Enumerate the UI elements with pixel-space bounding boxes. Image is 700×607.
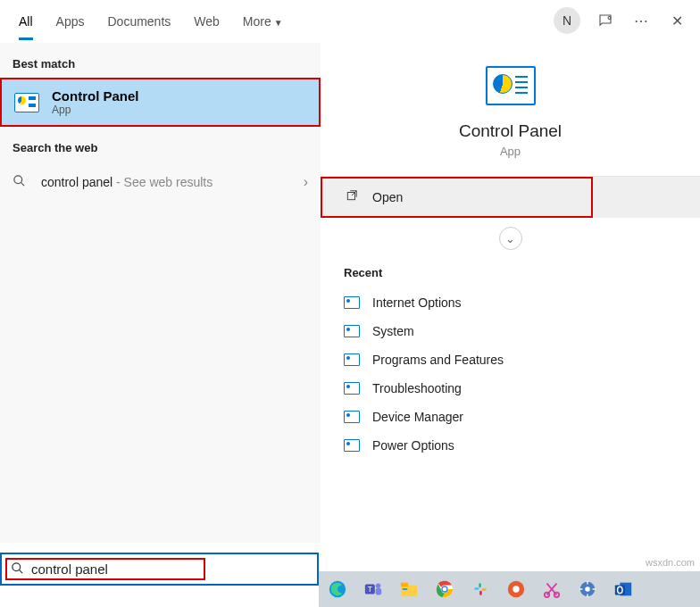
svg-rect-10 [376,588,381,595]
svg-point-22 [512,586,519,592]
svg-rect-20 [479,591,482,595]
svg-rect-17 [474,587,479,590]
chevron-down-icon: ▼ [274,18,283,28]
watermark: wsxdn.com [646,557,695,568]
svg-point-23 [545,593,549,597]
avatar[interactable]: N [554,7,580,34]
control-panel-item-icon [344,439,360,452]
svg-rect-12 [401,583,408,587]
open-action[interactable]: Open [321,177,593,218]
expand-button[interactable]: ⌄ [499,227,522,250]
recent-item[interactable]: Programs and Features [321,345,700,374]
search-icon [11,561,24,578]
svg-point-16 [443,587,447,592]
svg-line-5 [19,570,22,573]
svg-text:T: T [368,586,372,594]
web-result-text: control panel - See web results [41,175,291,189]
tab-all[interactable]: All [7,3,45,40]
chevron-right-icon: › [304,174,308,190]
svg-rect-19 [482,588,487,591]
tab-more[interactable]: More▼ [231,3,295,40]
taskbar-outlook-icon[interactable] [612,578,635,601]
recent-item[interactable]: Troubleshooting [321,374,700,403]
open-label: Open [372,190,403,204]
close-icon[interactable]: ✕ [666,10,688,31]
recent-item[interactable]: Internet Options [321,288,700,317]
result-subtitle: App [52,104,139,116]
search-input-container[interactable] [0,553,319,586]
control-panel-item-icon [344,353,360,366]
taskbar-app-icon[interactable] [504,578,528,601]
recent-item[interactable]: Power Options [321,431,700,460]
recent-item[interactable]: System [321,317,700,345]
svg-point-1 [14,176,22,184]
taskbar-slack-icon[interactable] [469,578,492,601]
taskbar-explorer-icon[interactable] [397,578,421,601]
taskbar-settings-icon[interactable] [576,578,599,601]
open-icon [346,189,360,205]
control-panel-item-icon [344,411,360,423]
control-panel-item-icon [344,296,360,309]
best-match-heading: Best match [0,43,321,78]
svg-point-26 [585,586,590,592]
feedback-icon[interactable] [595,10,616,31]
svg-point-9 [376,584,381,589]
svg-point-24 [554,593,559,597]
control-panel-icon [14,93,39,112]
svg-line-2 [21,182,24,186]
tab-web[interactable]: Web [182,3,231,40]
web-result-item[interactable]: control panel - See web results › [0,162,321,203]
taskbar: T [319,571,700,607]
search-input[interactable] [31,561,308,577]
more-options-icon[interactable]: ⋯ [630,10,652,31]
taskbar-snip-icon[interactable] [540,578,563,601]
control-panel-item-icon [344,382,360,395]
svg-point-4 [12,562,21,570]
chevron-down-icon: ⌄ [505,232,515,245]
search-icon [12,174,29,190]
svg-rect-13 [403,588,407,590]
control-panel-item-icon [344,325,360,337]
result-title: Control Panel [52,88,139,104]
recent-item[interactable]: Device Manager [321,403,700,431]
svg-rect-18 [479,583,481,587]
tab-documents[interactable]: Documents [96,3,182,40]
control-panel-icon-large [486,66,536,105]
taskbar-chrome-icon[interactable] [433,578,456,601]
result-control-panel[interactable]: Control Panel App [0,78,321,127]
taskbar-teams-icon[interactable]: T [362,578,385,601]
taskbar-edge-icon[interactable] [326,578,349,601]
search-web-heading: Search the web [0,127,321,162]
tab-apps[interactable]: Apps [45,3,96,40]
detail-title: Control Panel [321,121,700,141]
svg-point-0 [608,17,611,20]
detail-subtitle: App [321,145,700,158]
recent-heading: Recent [321,259,700,288]
svg-rect-11 [401,585,417,596]
